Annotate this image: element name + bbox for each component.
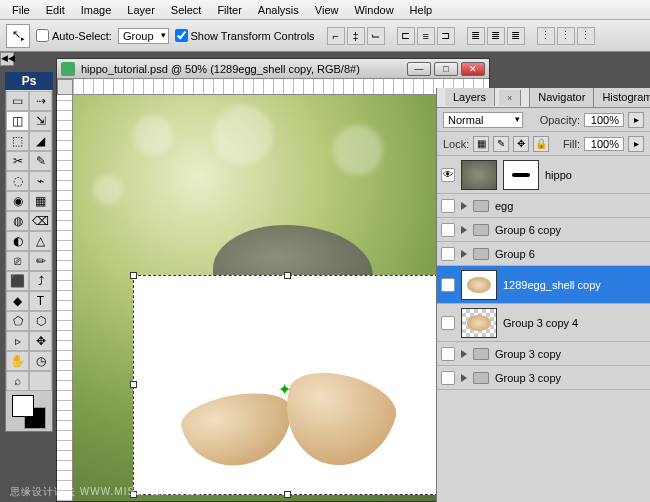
visibility-toggle[interactable]: 👁 <box>441 168 455 182</box>
layer-name[interactable]: egg <box>495 200 646 212</box>
layer-name[interactable]: hippo <box>545 169 646 181</box>
tool-0[interactable]: ▭ <box>6 91 29 111</box>
expand-triangle-icon[interactable] <box>461 374 467 382</box>
menu-edit[interactable]: Edit <box>38 1 73 19</box>
tool-5[interactable]: ◢ <box>29 131 52 151</box>
lock-transparency-icon[interactable]: ▦ <box>473 136 489 152</box>
handle-n[interactable] <box>284 272 291 279</box>
show-transform-checkbox[interactable]: Show Transform Controls <box>175 29 315 42</box>
fill-value[interactable]: 100% <box>584 137 624 151</box>
visibility-toggle[interactable] <box>441 247 455 261</box>
lock-all-icon[interactable]: 🔒 <box>533 136 549 152</box>
layer-mask-thumbnail[interactable] <box>503 160 539 190</box>
menu-select[interactable]: Select <box>163 1 210 19</box>
blend-mode-select[interactable]: Normal <box>443 112 523 128</box>
align-right-icon[interactable]: ⊐ <box>437 27 455 45</box>
menu-layer[interactable]: Layer <box>119 1 163 19</box>
tool-11[interactable]: ▦ <box>29 191 52 211</box>
opacity-flyout-icon[interactable]: ▸ <box>628 112 644 128</box>
handle-s[interactable] <box>284 491 291 498</box>
tool-18[interactable]: ⬛ <box>6 271 29 291</box>
tool-2[interactable]: ◫ <box>6 111 29 131</box>
menu-file[interactable]: File <box>4 1 38 19</box>
layer-thumbnail[interactable] <box>461 308 497 338</box>
tool-preset-picker[interactable]: ↖▸ <box>6 24 30 48</box>
align-left-icon[interactable]: ⊏ <box>397 27 415 45</box>
lock-position-icon[interactable]: ✥ <box>513 136 529 152</box>
tool-16[interactable]: ⎚ <box>6 251 29 271</box>
dist-5-icon[interactable]: ⋮ <box>557 27 575 45</box>
tool-7[interactable]: ✎ <box>29 151 52 171</box>
menu-analysis[interactable]: Analysis <box>250 1 307 19</box>
layer-row-4[interactable]: 👁1289egg_shell copy <box>437 266 650 304</box>
visibility-toggle[interactable] <box>441 199 455 213</box>
autoselect-checkbox[interactable]: Auto-Select: <box>36 29 112 42</box>
ruler-collapse-button[interactable]: ◀◀ <box>0 52 14 66</box>
layer-name[interactable]: Group 6 copy <box>495 224 646 236</box>
tool-14[interactable]: ◐ <box>6 231 29 251</box>
fill-flyout-icon[interactable]: ▸ <box>628 136 644 152</box>
maximize-button[interactable]: □ <box>434 62 458 76</box>
menu-filter[interactable]: Filter <box>209 1 249 19</box>
show-transform-input[interactable] <box>175 29 188 42</box>
handle-sw[interactable] <box>130 491 137 498</box>
vertical-ruler[interactable] <box>57 95 73 501</box>
minimize-button[interactable]: — <box>407 62 431 76</box>
close-button[interactable]: ✕ <box>461 62 485 76</box>
visibility-toggle[interactable] <box>441 371 455 385</box>
layer-list[interactable]: 👁hippoeggGroup 6 copyGroup 6👁1289egg_she… <box>437 156 650 502</box>
align-bottom-icon[interactable]: ⌙ <box>367 27 385 45</box>
layer-row-6[interactable]: Group 3 copy <box>437 342 650 366</box>
tool-6[interactable]: ✂ <box>6 151 29 171</box>
expand-triangle-icon[interactable] <box>461 350 467 358</box>
tool-25[interactable]: ✥ <box>29 331 52 351</box>
layer-row-3[interactable]: Group 6 <box>437 242 650 266</box>
foreground-swatch[interactable] <box>12 395 34 417</box>
tool-24[interactable]: ▹ <box>6 331 29 351</box>
visibility-toggle[interactable]: 👁 <box>441 278 455 292</box>
layer-name[interactable]: Group 3 copy <box>495 348 646 360</box>
tool-8[interactable]: ◌ <box>6 171 29 191</box>
layer-thumbnail[interactable] <box>461 270 497 300</box>
horizontal-ruler[interactable] <box>73 79 489 95</box>
autoselect-mode-select[interactable]: Group <box>118 28 169 44</box>
tool-13[interactable]: ⌫ <box>29 211 52 231</box>
tool-29[interactable] <box>29 371 52 391</box>
tool-28[interactable]: ⌕ <box>6 371 29 391</box>
align-hcenter-icon[interactable]: ≡ <box>417 27 435 45</box>
expand-triangle-icon[interactable] <box>461 226 467 234</box>
tool-12[interactable]: ◍ <box>6 211 29 231</box>
tool-17[interactable]: ✏ <box>29 251 52 271</box>
tool-19[interactable]: ⤴ <box>29 271 52 291</box>
canvas-area[interactable]: ✦ <box>73 95 489 501</box>
dist-4-icon[interactable]: ⋮ <box>537 27 555 45</box>
autoselect-input[interactable] <box>36 29 49 42</box>
tool-22[interactable]: ⬠ <box>6 311 29 331</box>
tool-4[interactable]: ⬚ <box>6 131 29 151</box>
dist-2-icon[interactable]: ≣ <box>487 27 505 45</box>
tool-15[interactable]: △ <box>29 231 52 251</box>
visibility-toggle[interactable] <box>441 223 455 237</box>
layer-name[interactable]: Group 3 copy 4 <box>503 317 646 329</box>
handle-w[interactable] <box>130 381 137 388</box>
expand-triangle-icon[interactable] <box>461 250 467 258</box>
tool-27[interactable]: ◷ <box>29 351 52 371</box>
menu-window[interactable]: Window <box>346 1 401 19</box>
tool-10[interactable]: ◉ <box>6 191 29 211</box>
lock-pixels-icon[interactable]: ✎ <box>493 136 509 152</box>
tool-23[interactable]: ⬡ <box>29 311 52 331</box>
tab-histogram[interactable]: Histogram <box>594 88 650 107</box>
tab-layers[interactable]: Layers× <box>437 88 530 107</box>
dist-3-icon[interactable]: ≣ <box>507 27 525 45</box>
layer-row-0[interactable]: 👁hippo <box>437 156 650 194</box>
document-titlebar[interactable]: hippo_tutorial.psd @ 50% (1289egg_shell … <box>57 59 489 79</box>
tool-26[interactable]: ✋ <box>6 351 29 371</box>
tool-20[interactable]: ◆ <box>6 291 29 311</box>
layer-row-5[interactable]: Group 3 copy 4 <box>437 304 650 342</box>
layer-name[interactable]: 1289egg_shell copy <box>503 279 646 291</box>
align-vcenter-icon[interactable]: ‡ <box>347 27 365 45</box>
tool-3[interactable]: ⇲ <box>29 111 52 131</box>
layer-row-2[interactable]: Group 6 copy <box>437 218 650 242</box>
tool-9[interactable]: ⌁ <box>29 171 52 191</box>
visibility-toggle[interactable] <box>441 316 455 330</box>
